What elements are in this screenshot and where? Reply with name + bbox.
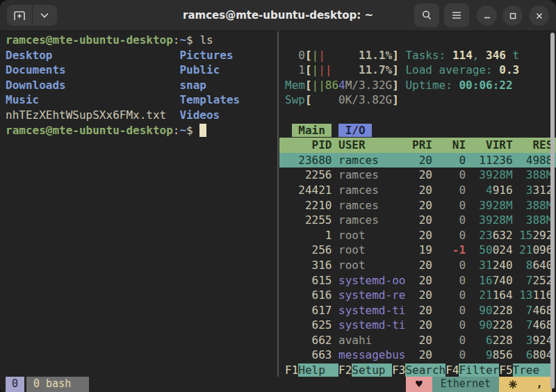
window-title: ramces@mte-ubuntu-desktop: ~ [104, 0, 452, 31]
fkey-f1[interactable]: F1 [285, 364, 298, 377]
cell-res: 3 [526, 183, 533, 197]
meter-bracket: ] [392, 79, 405, 92]
tasks-text: t [506, 49, 519, 62]
directory-name: Music [6, 93, 39, 106]
maximize-button[interactable] [502, 6, 523, 26]
menu-button[interactable] [444, 3, 469, 27]
cell-pri: 20 [405, 274, 432, 287]
process-row[interactable]: 2256 ramces 20 0 3928M 388M [285, 168, 556, 183]
cell-res: 13 [519, 288, 532, 302]
fkey-f3[interactable]: F3 [392, 364, 405, 377]
tasks-text: Tasks: [405, 49, 452, 62]
process-row[interactable]: 24421 ramces 20 0 4916 3312 [285, 183, 556, 198]
process-row[interactable]: 616 systemd-re 20 0 21164 13116 [285, 288, 556, 303]
heart-icon: ♥ [416, 377, 423, 392]
cell-ni: 0 [459, 274, 466, 287]
ls-output-row: Music Templates [6, 92, 277, 108]
column-header-virt[interactable]: VIRT [466, 138, 512, 152]
gap [332, 124, 338, 137]
tab-main[interactable]: Main [292, 124, 332, 137]
process-row[interactable]: 663 messagebus 20 0 9856 6804 [285, 348, 556, 363]
pad [466, 334, 486, 347]
meter-bar: | [318, 63, 325, 76]
process-row[interactable]: 1 root 20 0 23632 15292 [285, 228, 556, 243]
directory-name: snap [179, 79, 206, 92]
minimize-button[interactable] [477, 6, 497, 26]
new-tab-button[interactable] [7, 5, 32, 26]
memory-value: || [312, 79, 325, 92]
cell-res: 116 [532, 288, 553, 302]
close-button[interactable] [529, 6, 549, 26]
fkey-f2[interactable]: F2 [338, 364, 352, 377]
cell-user: systemd-re [338, 288, 405, 302]
pad [513, 274, 526, 287]
pane-divider[interactable] [277, 31, 279, 377]
pad [432, 318, 459, 332]
load-average-text: 0.3 [499, 63, 519, 76]
bash-pane[interactable]: ramces@mte-ubuntu-desktop:~$ lsDesktop P… [0, 31, 277, 377]
text-cursor[interactable] [199, 124, 206, 137]
meter-caption: Swp [285, 93, 305, 106]
pad [432, 288, 459, 302]
prompt-dollar: $ [186, 124, 199, 137]
cell-user: root [338, 229, 405, 242]
pad [513, 243, 520, 256]
session-badge[interactable]: 0 [6, 377, 24, 392]
pad [432, 259, 459, 272]
cell-ni: -1 [452, 243, 466, 256]
uptime-text: 00:06:22 [459, 79, 512, 92]
cell-virt: 90 [479, 304, 492, 317]
fkey-f4[interactable]: F4 [445, 364, 459, 377]
column-header-pri[interactable]: PRI [405, 138, 432, 152]
fkey-f5[interactable]: F5 [499, 364, 512, 377]
tab-io[interactable]: I/O [338, 124, 372, 137]
cell-pri: 20 [405, 168, 432, 181]
fkey-label-setup[interactable]: Setup [352, 364, 392, 377]
pad [513, 154, 526, 167]
cell-res: 252 [532, 274, 553, 287]
fkey-label-search[interactable]: Search [405, 364, 445, 377]
process-row[interactable]: 316 root 20 0 31240 8640 [285, 258, 556, 273]
network-status: Ethernet [432, 377, 499, 392]
cell-virt: 228 [493, 304, 513, 317]
window-label[interactable]: 0 bash [26, 377, 89, 392]
cell-pri: 20 [405, 288, 432, 302]
pad [466, 168, 479, 181]
prompt-line: ramces@mte-ubuntu-desktop:~$ [6, 123, 277, 138]
tasks-text: 114 [452, 49, 473, 62]
process-row[interactable]: 662 avahi 20 0 6228 3924 [285, 333, 556, 348]
fkey-label-tree[interactable]: Tree [513, 364, 553, 377]
blank-line [285, 108, 556, 123]
process-row[interactable]: 615 systemd-oo 20 0 16740 7252 [285, 273, 556, 288]
process-row[interactable]: 23680 ramces 20 0 11236 4988 [279, 153, 556, 168]
process-row[interactable]: 617 systemd-ti 20 0 90228 7468 [285, 303, 556, 318]
pad [466, 304, 479, 317]
cell-ni: 0 [459, 213, 466, 227]
column-header-res[interactable]: RES [513, 138, 553, 152]
meter-bar: | [312, 49, 319, 62]
htop-pane[interactable]: 0[|| 11.1%] Tasks: 114, 346 t 1[||| 11.7… [279, 31, 556, 377]
gap [285, 124, 292, 137]
process-row[interactable]: 625 systemd-ti 20 0 90228 7468 [285, 318, 556, 333]
search-button[interactable] [414, 3, 439, 27]
htop-tab-bar: Main I/O [285, 123, 556, 138]
column-header-pid[interactable]: PID [285, 138, 338, 152]
cell-virt: 6 [486, 334, 493, 347]
pad [466, 183, 486, 197]
prompt-path: ~ [179, 124, 186, 137]
process-row[interactable]: 2210 ramces 20 0 3928M 388M [285, 198, 556, 213]
tab-list-chevron-button[interactable] [33, 5, 58, 26]
prompt-user-host: ramces@mte-ubuntu-desktop [6, 33, 173, 47]
scrollbar[interactable] [550, 33, 555, 389]
fkey-label-help[interactable]: Help [298, 364, 338, 377]
process-row[interactable]: 2255 ramces 20 0 3928M 388M [285, 213, 556, 228]
pad [432, 154, 459, 167]
column-header-ni[interactable]: NI [432, 138, 466, 152]
fkey-label-filter[interactable]: Filter [459, 364, 499, 377]
directory-name: Public [179, 63, 220, 76]
process-row[interactable]: 256 root 19 -1 50024 21096 [285, 243, 556, 258]
column-header-user[interactable]: USER [338, 138, 405, 152]
pad [432, 348, 459, 361]
column-gap [66, 79, 180, 92]
cell-res: 15 [519, 229, 532, 242]
